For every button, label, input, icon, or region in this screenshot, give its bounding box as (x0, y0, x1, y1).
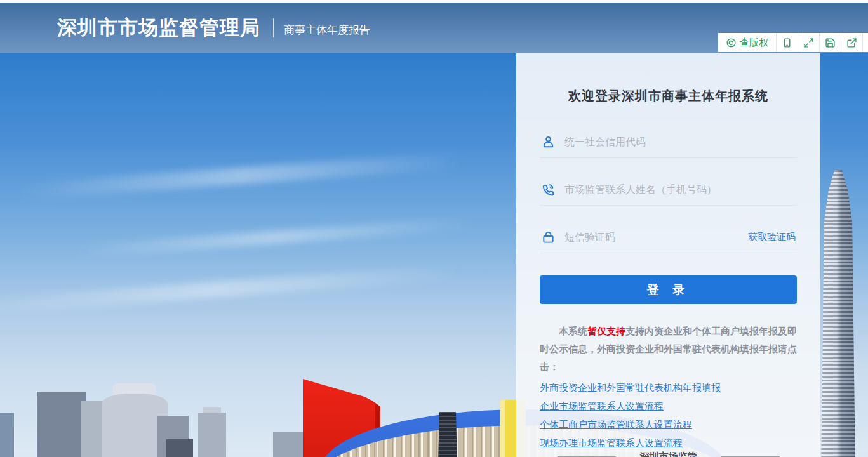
contact-name-input[interactable] (564, 184, 796, 195)
cloud-streak (0, 265, 457, 314)
sms-code-field-row: 获取验证码 (540, 224, 797, 253)
link-individual-contact-setup[interactable]: 个体工商户市场监管联系人设置流程 (540, 418, 797, 431)
login-title: 欢迎登录深圳市商事主体年报系统 (540, 88, 797, 105)
save-icon (825, 37, 836, 48)
settings-button[interactable] (863, 33, 868, 52)
building (166, 439, 193, 457)
login-button[interactable]: 登 录 (540, 275, 797, 304)
mobile-icon (782, 37, 792, 48)
site-title: 深圳市市场监督管理局 (57, 15, 260, 41)
share-button[interactable] (841, 33, 863, 52)
support-notice: 本系统暂仅支持支持内资企业和个体工商户填报年报及即时公示信息，外商投资企业和外国… (540, 322, 797, 376)
user-icon (541, 135, 556, 149)
link-enterprise-contact-setup[interactable]: 企业市场监管联系人设置流程 (540, 400, 797, 413)
notice-highlight: 暂仅支持 (587, 326, 625, 336)
building (37, 392, 86, 457)
contact-name-field-row (540, 176, 797, 206)
footer-brand-label: 深圳市场监管 (640, 451, 697, 457)
header-divider (273, 18, 274, 37)
lock-icon (541, 230, 556, 244)
building-tall-tower (820, 170, 857, 457)
credit-code-field-row (540, 129, 797, 158)
cloud-streak (76, 217, 470, 257)
building-slim-tower (198, 413, 226, 457)
cloud-streak (19, 152, 464, 200)
sms-code-input[interactable] (564, 232, 739, 243)
get-code-link[interactable]: 获取验证码 (748, 231, 796, 243)
fullscreen-button[interactable] (798, 33, 820, 52)
credit-code-input[interactable] (564, 136, 796, 148)
copyright-check-label: 查版权 (740, 37, 768, 49)
building (0, 413, 14, 457)
page-toolbar: 查版权 (718, 33, 868, 52)
building-dome-mast (437, 412, 458, 457)
save-button[interactable] (820, 33, 841, 52)
mobile-view-button[interactable] (777, 33, 798, 52)
site-subtitle: 商事主体年度报告 (284, 23, 370, 37)
link-foreign-annual-report[interactable]: 外商投资企业和外国常驻代表机构年报填报 (540, 381, 797, 394)
copyright-check-button[interactable]: 查版权 (718, 33, 777, 52)
notice-prefix: 本系统 (559, 326, 587, 336)
fullscreen-icon (803, 37, 814, 48)
copyright-icon (726, 37, 737, 48)
panel-footer: 深圳市场监管 (516, 451, 820, 457)
share-icon (846, 37, 857, 48)
phone-icon (541, 182, 556, 197)
help-links: 外商投资企业和外国常驻代表机构年报填报 企业市场监管联系人设置流程 个体工商户市… (540, 381, 797, 449)
login-panel: 欢迎登录深圳市商事主体年报系统 获取验证码 登 录 本系统暂仅支持支持内资企业和… (516, 53, 820, 457)
link-onsite-contact-setup[interactable]: 现场办理市场监管联系人设置流程 (540, 437, 797, 449)
